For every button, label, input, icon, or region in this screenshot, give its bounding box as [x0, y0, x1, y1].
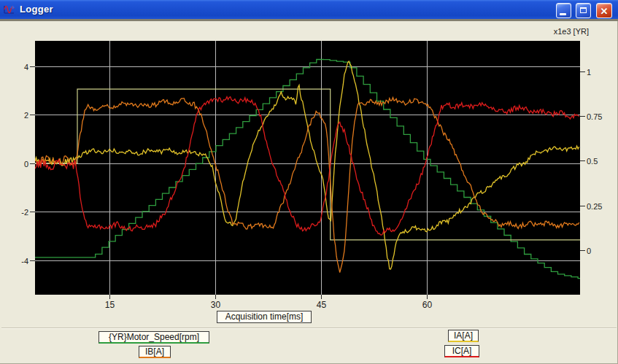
legend-ic[interactable]: IC[A]	[444, 345, 479, 357]
left-tick-label: 0	[24, 160, 28, 169]
x-tick-label: 30	[211, 300, 221, 310]
logger-window: Logger ✕ x1e3 [YR] 420-2-410.750.50.2501…	[0, 0, 618, 364]
left-tick-label: -4	[21, 257, 28, 266]
x-tick-label: 60	[422, 300, 433, 310]
panel-divider	[1, 328, 617, 329]
left-tick-label: 2	[24, 111, 28, 120]
plot-area[interactable]	[35, 41, 580, 295]
right-tick-label: 0.75	[587, 112, 602, 121]
legend-ib[interactable]: IB[A]	[139, 346, 171, 358]
plot-canvas[interactable]: 420-2-410.750.50.25015304560	[0, 0, 618, 364]
right-tick-label: 0	[587, 247, 591, 255]
legend-ia[interactable]: IA[A]	[448, 330, 479, 342]
right-tick-label: 0.25	[587, 202, 602, 211]
left-tick-label: 4	[24, 63, 28, 71]
right-tick-label: 0.5	[587, 157, 598, 166]
x-tick-label: 45	[317, 300, 327, 310]
legend-motor-speed[interactable]: {YR}Motor_Speed[rpm]	[99, 331, 209, 344]
x-axis-label: Acquisition time[ms]	[217, 311, 312, 323]
x-tick-label: 15	[105, 300, 115, 310]
left-tick-label: -2	[21, 208, 28, 217]
right-tick-label: 1	[587, 68, 591, 77]
